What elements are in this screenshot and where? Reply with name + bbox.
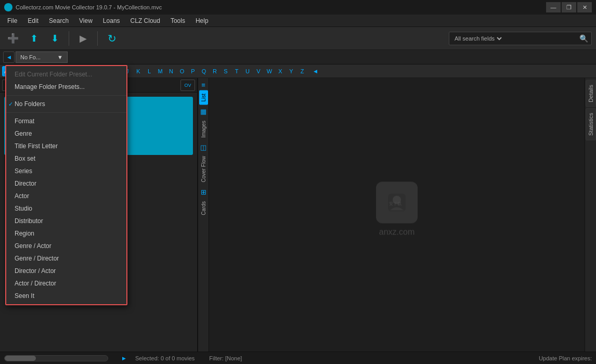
center-panel: 安下载 anxz.com (209, 78, 585, 352)
dd-folder-options-section: Format Genre Title First Letter Box set … (6, 113, 126, 304)
cards-view-icon[interactable]: ⊞ (199, 188, 208, 197)
letter-r[interactable]: R (210, 66, 220, 76)
dd-box-set[interactable]: Box set (6, 152, 126, 165)
menu-loans[interactable]: Loans (98, 15, 125, 27)
letter-m[interactable]: M (155, 66, 165, 76)
dd-seen-it[interactable]: Seen It (6, 290, 126, 302)
upload-button[interactable]: ⬆ (25, 30, 43, 47)
dd-title-first-letter[interactable]: Title First Letter (6, 140, 126, 152)
svg-text:安下载: 安下载 (389, 201, 401, 206)
menu-file[interactable]: File (2, 15, 22, 27)
scrollbar-thumb (5, 356, 36, 361)
right-tabs-panel: Details Statistics (585, 78, 596, 352)
horizontal-scrollbar[interactable] (4, 355, 108, 361)
letter-x[interactable]: X (275, 66, 286, 76)
letter-t[interactable]: T (231, 66, 242, 76)
menu-clz-cloud[interactable]: CLZ Cloud (125, 15, 165, 27)
folder-dropdown-button[interactable]: No Fo... ▼ (16, 51, 68, 63)
maximize-button[interactable]: ❐ (562, 2, 576, 12)
letter-prev[interactable]: ◀ (310, 66, 320, 76)
menu-tools[interactable]: Tools (165, 15, 190, 27)
dd-no-folders-section: No Folders (6, 96, 126, 113)
dd-genre-director[interactable]: Genre / Director (6, 252, 126, 265)
dd-distributor[interactable]: Distributor (6, 215, 126, 227)
dd-manage-presets[interactable]: Manage Folder Presets... (6, 81, 126, 93)
tab-statistics[interactable]: Statistics (586, 108, 596, 140)
letter-p[interactable]: P (188, 66, 198, 76)
list-view-icon[interactable]: ≡ (199, 80, 208, 89)
watermark-text: anxz.com (376, 227, 418, 237)
add-movie-button[interactable]: ➕ (4, 30, 22, 47)
dd-genre[interactable]: Genre (6, 127, 126, 140)
dd-top-section: Edit Current Folder Preset... Manage Fol… (6, 66, 126, 96)
toolbar-separator-2 (97, 31, 98, 46)
dd-region[interactable]: Region (6, 227, 126, 240)
letter-k[interactable]: K (133, 66, 144, 76)
folder-dropdown-menu: Edit Current Folder Preset... Manage Fol… (5, 65, 127, 305)
letter-o[interactable]: O (177, 66, 187, 76)
letter-n[interactable]: N (166, 66, 176, 76)
minimize-button[interactable]: — (546, 2, 561, 12)
view-buttons-bar: ≡ List ▦ Images ◫ Cover Flow ⊞ Cards (198, 78, 209, 352)
title-bar: Collectorz.com Movie Collector 19.0.7 - … (0, 0, 596, 15)
status-bar: ▶ Selected: 0 of 0 movies Filter: [None]… (0, 352, 596, 364)
search-area: All search fields Title Director Actor 🔍 (449, 32, 592, 45)
dd-actor[interactable]: Actor (6, 190, 126, 202)
play-button[interactable]: ▶ (74, 30, 92, 47)
coverflow-view-icon[interactable]: ◫ (199, 142, 208, 152)
dd-director-actor[interactable]: Director / Actor (6, 265, 126, 277)
folder-dropdown-arrow-icon: ▼ (57, 54, 63, 60)
letter-y[interactable]: Y (286, 66, 296, 76)
status-selected: Selected: 0 of 0 movies (135, 355, 195, 361)
toolbar: ➕ ⬆ ⬇ ▶ ↻ All search fields Title Direct… (0, 27, 596, 50)
letter-v[interactable]: V (253, 66, 264, 76)
dd-edit-preset: Edit Current Folder Preset... (6, 68, 126, 81)
dd-actor-director[interactable]: Actor / Director (6, 277, 126, 290)
sync-button[interactable]: ↻ (103, 30, 121, 47)
dd-director[interactable]: Director (6, 177, 126, 190)
letter-w[interactable]: W (264, 66, 275, 76)
scroll-right-button[interactable]: ▶ (119, 353, 129, 363)
letter-u[interactable]: U (242, 66, 253, 76)
close-button[interactable]: ✕ (577, 2, 592, 12)
letter-l[interactable]: L (144, 66, 154, 76)
letter-q[interactable]: Q (199, 66, 209, 76)
window-controls[interactable]: — ❐ ✕ (546, 2, 592, 12)
title-text: Collectorz.com Movie Collector 19.0.7 - … (16, 4, 546, 10)
watermark-area: 安下载 anxz.com (376, 181, 418, 237)
letter-s[interactable]: S (221, 66, 231, 76)
search-input[interactable] (506, 35, 577, 42)
folder-left-arrow[interactable]: ◀ (3, 51, 15, 63)
folder-dropdown-label: No Fo... (20, 54, 41, 60)
watermark-icon: 安下载 (376, 181, 418, 223)
cards-view-button[interactable]: Cards (199, 198, 208, 218)
dd-studio[interactable]: Studio (6, 202, 126, 215)
download-button[interactable]: ⬇ (46, 30, 63, 47)
menu-edit[interactable]: Edit (22, 15, 44, 27)
dd-format[interactable]: Format (6, 115, 126, 127)
dd-no-folders[interactable]: No Folders (6, 98, 126, 110)
coverflow-view-button[interactable]: Cover Flow (199, 153, 208, 186)
app-icon (4, 3, 12, 11)
status-filter: Filter: [None] (209, 355, 242, 361)
letter-z[interactable]: Z (297, 66, 307, 76)
dd-series[interactable]: Series (6, 165, 126, 177)
images-view-button[interactable]: Images (199, 118, 208, 141)
lp-overview-button[interactable]: OV (180, 80, 195, 91)
folder-bar: ◀ No Fo... ▼ (0, 50, 596, 64)
status-update-plan: Update Plan expires: (539, 355, 592, 361)
search-button[interactable]: 🔍 (579, 34, 588, 43)
dd-genre-actor[interactable]: Genre / Actor (6, 240, 126, 252)
search-field-select[interactable]: All search fields Title Director Actor (452, 35, 503, 42)
images-view-icon[interactable]: ▦ (199, 107, 208, 116)
menu-view[interactable]: View (74, 15, 98, 27)
menu-search[interactable]: Search (44, 15, 74, 27)
menu-help[interactable]: Help (190, 15, 214, 27)
toolbar-separator-1 (69, 31, 69, 46)
list-view-button[interactable]: List (199, 90, 208, 105)
tab-details[interactable]: Details (586, 80, 596, 107)
menu-bar: File Edit Search View Loans CLZ Cloud To… (0, 15, 596, 27)
